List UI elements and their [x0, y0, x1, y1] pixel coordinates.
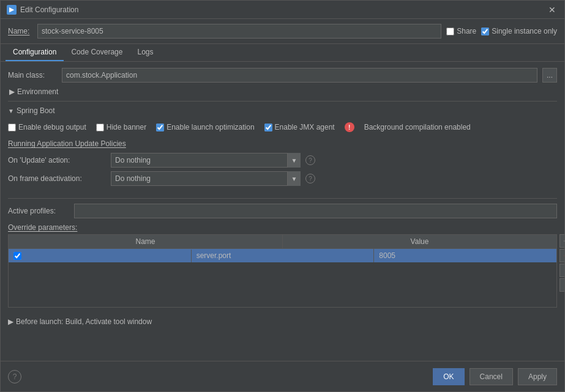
table-header: Name Value: [9, 235, 556, 249]
edit-configuration-dialog: ▶ Edit Configuration ✕ Name: Share Singl…: [0, 0, 565, 392]
frame-deactivation-select-wrapper: Do nothing Update resources Update class…: [111, 171, 301, 186]
title-bar: ▶ Edit Configuration ✕: [1, 1, 564, 19]
single-instance-checkbox[interactable]: [481, 28, 489, 35]
jmx-agent-label: Enable JMX agent: [275, 123, 335, 131]
main-class-browse-button[interactable]: ...: [542, 68, 557, 83]
name-right-controls: Share Single instance only: [446, 27, 557, 35]
bottom-right: OK Cancel Apply: [433, 368, 557, 385]
launch-optimization-checkbox[interactable]: [156, 124, 164, 131]
update-action-help-icon[interactable]: ?: [305, 155, 315, 165]
background-compilation-label: Background compilation enabled: [364, 123, 471, 131]
dialog-title: Edit Configuration: [20, 6, 78, 14]
help-button[interactable]: ?: [8, 370, 21, 383]
single-instance-checkbox-label[interactable]: Single instance only: [481, 27, 557, 35]
override-parameters-section: Override parameters: Name Value server.p…: [8, 223, 557, 308]
before-launch-row[interactable]: ▶ Before launch: Build, Activate tool wi…: [8, 317, 557, 326]
single-instance-label: Single instance only: [492, 27, 557, 35]
warning-icon: !: [345, 122, 354, 132]
move-down-button[interactable]: ↓: [559, 278, 564, 292]
move-up-button[interactable]: ↑: [559, 264, 564, 277]
active-profiles-label: Active profiles:: [8, 207, 69, 215]
table-side-buttons: + − ↑ ↓: [559, 234, 564, 292]
title-bar-left: ▶ Edit Configuration: [7, 5, 78, 15]
active-profiles-row: Active profiles:: [8, 204, 557, 218]
update-action-label: On 'Update' action:: [8, 156, 106, 165]
spring-boot-title: Spring Boot: [17, 106, 55, 115]
row-checkbox-cell: [9, 250, 192, 262]
override-table-wrapper: Name Value server.port 8005 + − ↑: [8, 234, 557, 308]
frame-deactivation-row: On frame deactivation: Do nothing Update…: [8, 171, 557, 186]
environment-section[interactable]: ▶ Environment: [8, 87, 557, 96]
tabs-row: Configuration Code Coverage Logs: [1, 44, 564, 62]
environment-arrow: ▶: [9, 87, 15, 96]
update-policies: Running Application Update Policies On '…: [8, 136, 557, 193]
debug-output-label: Enable debug output: [18, 123, 86, 131]
debug-output-checkbox-label[interactable]: Enable debug output: [8, 123, 86, 131]
main-class-input[interactable]: [62, 68, 537, 83]
frame-deactivation-select[interactable]: Do nothing Update resources Update class…: [111, 171, 301, 186]
ok-button[interactable]: OK: [433, 368, 464, 385]
tab-code-coverage[interactable]: Code Coverage: [64, 44, 130, 61]
value-cell: 8005: [374, 249, 556, 262]
debug-output-checkbox[interactable]: [8, 124, 16, 131]
name-cell: server.port: [192, 249, 375, 262]
bottom-bar: ? OK Cancel Apply: [1, 361, 564, 391]
name-label: Name:: [8, 27, 32, 35]
close-button[interactable]: ✕: [546, 4, 558, 16]
share-label: Share: [457, 27, 476, 35]
before-launch-arrow: ▶: [8, 317, 13, 326]
separator-2: [8, 198, 557, 199]
share-checkbox-label[interactable]: Share: [446, 27, 476, 35]
jmx-agent-checkbox-label[interactable]: Enable JMX agent: [264, 123, 335, 131]
name-row: Name: Share Single instance only: [1, 19, 564, 44]
remove-parameter-button[interactable]: −: [559, 249, 564, 262]
main-class-row: Main class: ...: [8, 68, 557, 83]
spring-boot-arrow: ▼: [8, 108, 14, 114]
apply-button[interactable]: Apply: [518, 368, 557, 385]
main-class-label: Main class:: [8, 71, 57, 80]
spring-boot-section: ▼ Spring Boot Enable debug output Hide b…: [8, 106, 557, 193]
content-area: Main class: ... ▶ Environment ▼ Spring B…: [1, 62, 564, 361]
spring-boot-options: Enable debug output Hide banner Enable l…: [8, 119, 557, 136]
row-enabled-checkbox[interactable]: [13, 252, 21, 260]
launch-optimization-checkbox-label[interactable]: Enable launch optimization: [156, 123, 254, 131]
hide-banner-checkbox-label[interactable]: Hide banner: [96, 123, 146, 131]
name-column-header: Name: [9, 235, 283, 248]
name-input[interactable]: [37, 24, 441, 39]
hide-banner-label: Hide banner: [107, 123, 146, 131]
override-table: Name Value server.port 8005: [8, 234, 557, 308]
before-launch-label: Before launch: Build, Activate tool wind…: [16, 317, 152, 326]
frame-deactivation-label: On frame deactivation:: [8, 174, 106, 183]
update-policies-title: Running Application Update Policies: [8, 139, 557, 148]
update-action-row: On 'Update' action: Do nothing Update re…: [8, 153, 557, 168]
frame-deactivation-help-icon[interactable]: ?: [305, 174, 315, 183]
active-profiles-input[interactable]: [74, 204, 557, 218]
separator-1: [8, 101, 557, 102]
tab-logs[interactable]: Logs: [130, 44, 160, 61]
hide-banner-checkbox[interactable]: [96, 124, 104, 131]
update-action-select-wrapper: Do nothing Update resources Update class…: [111, 153, 301, 168]
jmx-agent-checkbox[interactable]: [264, 124, 272, 131]
value-column-header: Value: [283, 235, 556, 248]
environment-label: Environment: [17, 87, 58, 96]
spring-boot-header[interactable]: ▼ Spring Boot: [8, 106, 557, 115]
bottom-left: ?: [8, 370, 21, 383]
launch-optimization-label: Enable launch optimization: [167, 123, 254, 131]
dialog-icon: ▶: [7, 5, 17, 15]
cancel-button[interactable]: Cancel: [470, 368, 513, 385]
update-action-select[interactable]: Do nothing Update resources Update class…: [111, 153, 301, 168]
override-parameters-title: Override parameters:: [8, 223, 557, 232]
tab-configuration[interactable]: Configuration: [6, 44, 64, 61]
share-checkbox[interactable]: [446, 28, 454, 35]
add-parameter-button[interactable]: +: [559, 234, 564, 248]
table-row[interactable]: server.port 8005: [9, 249, 556, 262]
